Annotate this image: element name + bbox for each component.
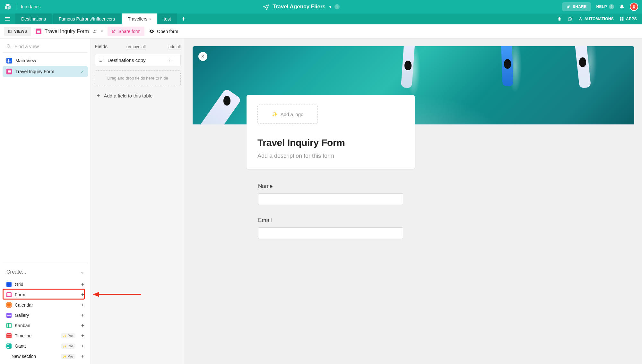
create-list: Grid + Form + Calendar + Gallery + bbox=[3, 279, 88, 361]
apps-link[interactable]: APPS bbox=[620, 17, 637, 21]
create-gantt[interactable]: Gantt Pro + bbox=[3, 341, 88, 351]
field-label[interactable]: Email bbox=[258, 217, 403, 224]
gantt-icon bbox=[6, 343, 12, 349]
svg-rect-15 bbox=[620, 17, 621, 19]
add-table-button[interactable] bbox=[178, 13, 189, 24]
create-kanban[interactable]: Kanban + bbox=[3, 320, 88, 331]
cover-decoration bbox=[404, 61, 412, 70]
create-item-label: Kanban bbox=[15, 323, 30, 328]
text-input[interactable] bbox=[258, 193, 403, 205]
svg-point-4 bbox=[569, 5, 570, 6]
create-item-label: Calendar bbox=[15, 302, 33, 308]
help-link[interactable]: HELP ? bbox=[596, 4, 614, 9]
create-item-label: Gantt bbox=[15, 343, 26, 349]
topbar-right: SHARE HELP ? bbox=[562, 2, 638, 11]
trash-button[interactable] bbox=[557, 17, 562, 21]
remove-cover-button[interactable]: ✕ bbox=[198, 52, 207, 61]
automations-label: AUTOMATIONS bbox=[585, 17, 614, 21]
create-header[interactable]: Create... ⌄ bbox=[3, 267, 88, 277]
open-form-button[interactable]: Open form bbox=[149, 29, 178, 34]
svg-rect-10 bbox=[182, 19, 185, 19]
apps-label: APPS bbox=[626, 17, 637, 21]
main-area: Main View Travel Inquiry Form ✓ Create..… bbox=[0, 38, 642, 364]
text-input[interactable] bbox=[258, 227, 403, 239]
create-grid[interactable]: Grid + bbox=[3, 279, 88, 290]
user-avatar[interactable] bbox=[630, 3, 638, 11]
view-item-form[interactable]: Travel Inquiry Form ✓ bbox=[3, 66, 88, 77]
views-toggle-button[interactable]: VIEWS bbox=[4, 27, 31, 36]
automations-link[interactable]: AUTOMATIONS bbox=[578, 17, 614, 21]
add-logo-button[interactable]: ✨ Add a logo bbox=[257, 105, 318, 124]
view-search-input[interactable] bbox=[14, 44, 84, 49]
tab-destinations[interactable]: Destinations bbox=[15, 13, 52, 24]
plus-icon: + bbox=[81, 343, 84, 349]
create-form[interactable]: Form + bbox=[3, 290, 88, 300]
gallery-icon bbox=[6, 313, 12, 318]
svg-point-23 bbox=[151, 31, 152, 32]
view-item-main[interactable]: Main View bbox=[3, 55, 88, 66]
add-field-label: Add a field to this table bbox=[104, 93, 153, 98]
help-label: HELP bbox=[596, 4, 607, 9]
tab-patrons[interactable]: Famous Patrons/Influencers bbox=[53, 13, 121, 24]
cover-decoration bbox=[504, 59, 511, 69]
collaborators-icon[interactable] bbox=[92, 29, 98, 34]
form-description-placeholder[interactable]: Add a description for this form bbox=[257, 153, 404, 159]
form-title[interactable]: Travel Inquiry Form bbox=[257, 137, 404, 148]
plus-icon: + bbox=[81, 282, 84, 287]
svg-point-21 bbox=[94, 30, 95, 31]
airplane-icon bbox=[263, 4, 269, 10]
add-field-button[interactable]: + Add a field to this table bbox=[95, 91, 181, 100]
interfaces-link[interactable]: Interfaces bbox=[21, 4, 40, 9]
cover-decoration bbox=[579, 57, 586, 67]
create-section-item[interactable]: New section Pro + bbox=[3, 351, 88, 361]
svg-point-24 bbox=[7, 45, 10, 47]
chevron-down-icon: ▾ bbox=[329, 4, 331, 9]
view-item-label: Main View bbox=[15, 58, 36, 63]
create-timeline[interactable]: Timeline Pro + bbox=[3, 331, 88, 341]
share-form-button[interactable]: Share form bbox=[108, 27, 144, 36]
cover-decoration bbox=[574, 46, 591, 88]
app-logo[interactable] bbox=[4, 3, 12, 11]
share-form-label: Share form bbox=[118, 29, 141, 34]
create-gallery[interactable]: Gallery + bbox=[3, 310, 88, 320]
form-icon bbox=[6, 292, 12, 297]
fields-title: Fields bbox=[95, 44, 108, 49]
add-logo-label: Add a logo bbox=[281, 112, 304, 117]
add-all-link[interactable]: add all bbox=[169, 44, 181, 49]
field-chip-label: Destinations copy bbox=[108, 57, 145, 63]
calendar-icon bbox=[6, 302, 12, 308]
create-calendar[interactable]: Calendar + bbox=[3, 300, 88, 310]
svg-marker-0 bbox=[5, 4, 11, 6]
remove-all-link[interactable]: remove all bbox=[126, 44, 146, 49]
base-title[interactable]: Travel Agency Fliers ▾ i bbox=[45, 4, 557, 10]
info-icon[interactable]: i bbox=[334, 4, 340, 9]
form-card: ✨ Add a logo Travel Inquiry Form Add a d… bbox=[247, 95, 415, 169]
view-item-label: Travel Inquiry Form bbox=[15, 69, 54, 74]
pro-badge: Pro bbox=[61, 354, 75, 359]
current-view-name[interactable]: Travel Inquiry Form ▾ bbox=[36, 29, 103, 34]
field-chip[interactable]: Destinations copy ⋮⋮ bbox=[95, 54, 181, 66]
field-type-icon bbox=[99, 58, 104, 63]
svg-rect-16 bbox=[622, 17, 623, 19]
share-button[interactable]: SHARE bbox=[562, 2, 591, 11]
question-icon: ? bbox=[609, 4, 614, 9]
tab-travellers[interactable]: Travellers▾ bbox=[122, 13, 157, 24]
open-form-label: Open form bbox=[157, 29, 178, 34]
cover-decoration bbox=[193, 88, 242, 124]
cover-decoration bbox=[223, 96, 230, 106]
hide-fields-dropzone[interactable]: Drag and drop fields here to hide bbox=[95, 70, 181, 86]
history-button[interactable] bbox=[568, 17, 572, 21]
drag-handle-icon[interactable]: ⋮⋮ bbox=[168, 58, 177, 63]
plus-icon: + bbox=[81, 302, 84, 308]
kanban-icon bbox=[6, 323, 12, 328]
field-label[interactable]: Name bbox=[258, 183, 403, 190]
form-fields-area: Name Email bbox=[258, 183, 403, 239]
svg-rect-6 bbox=[5, 17, 10, 18]
sparkle-icon: ✨ bbox=[272, 111, 278, 117]
plus-icon: + bbox=[81, 323, 84, 328]
bell-icon[interactable] bbox=[619, 4, 625, 10]
create-item-label: Timeline bbox=[15, 333, 31, 338]
hamburger-icon[interactable] bbox=[0, 13, 15, 24]
tab-test[interactable]: test bbox=[158, 13, 177, 24]
chevron-down-icon[interactable]: ▾ bbox=[101, 29, 103, 33]
